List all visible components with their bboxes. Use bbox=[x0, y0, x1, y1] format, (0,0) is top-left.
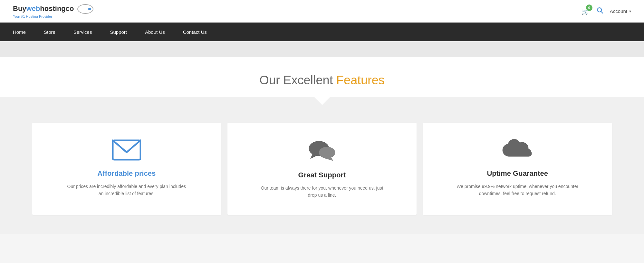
feature-card-affordable-prices: Affordable prices Our prices are incredi… bbox=[32, 123, 221, 215]
svg-line-1 bbox=[601, 11, 603, 13]
features-grid: Affordable prices Our prices are incredi… bbox=[32, 123, 612, 215]
logo-suffix: co bbox=[66, 4, 74, 12]
nav-item-home[interactable]: Home bbox=[13, 23, 35, 41]
features-heading-highlight: Features bbox=[336, 73, 385, 87]
features-heading-section: Our Excellent Features bbox=[0, 57, 644, 97]
feature-card-uptime-guarantee: Uptime Guarantee We promise 99.9% networ… bbox=[423, 123, 612, 215]
features-heading: Our Excellent Features bbox=[13, 73, 631, 87]
account-button[interactable]: Account ▾ bbox=[610, 8, 631, 14]
site-header: Buywebhostingco Your #1 Hosting Provider… bbox=[0, 0, 644, 23]
header-right: 🛒 0 Account ▾ bbox=[581, 7, 631, 16]
feature-title-affordable-prices: Affordable prices bbox=[45, 169, 208, 178]
nav-item-contact-us[interactable]: Contact Us bbox=[174, 23, 216, 41]
envelope-icon bbox=[112, 139, 141, 161]
feature-description-affordable-prices: Our prices are incredibly affordable and… bbox=[65, 183, 188, 197]
search-button[interactable] bbox=[596, 7, 603, 16]
logo[interactable]: Buywebhostingco Your #1 Hosting Provider bbox=[13, 4, 93, 18]
svg-point-5 bbox=[319, 147, 335, 158]
logo-tagline: Your #1 Hosting Provider bbox=[13, 14, 93, 18]
feature-description-uptime-guarantee: We promise 99.9% network uptime, wheneve… bbox=[456, 183, 579, 197]
nav-item-support[interactable]: Support bbox=[101, 23, 136, 41]
nav-item-store[interactable]: Store bbox=[35, 23, 64, 41]
cloud-icon bbox=[501, 139, 533, 161]
divider-section bbox=[0, 97, 644, 113]
chat-icon bbox=[307, 139, 336, 163]
feature-description-great-support: Our team is always there for you, whenev… bbox=[261, 184, 383, 199]
features-heading-plain: Our Excellent bbox=[259, 73, 336, 87]
cart-button[interactable]: 🛒 0 bbox=[581, 7, 590, 15]
feature-title-great-support: Great Support bbox=[240, 171, 404, 179]
main-nav: Home Store Services Support About Us Con… bbox=[0, 23, 644, 41]
nav-item-about-us[interactable]: About Us bbox=[136, 23, 174, 41]
divider-triangle bbox=[314, 97, 330, 105]
logo-buy: Buy bbox=[13, 4, 26, 12]
chevron-down-icon: ▾ bbox=[629, 9, 631, 14]
nav-item-services[interactable]: Services bbox=[64, 23, 101, 41]
hero-section bbox=[0, 41, 644, 57]
account-label: Account bbox=[610, 8, 627, 14]
feature-title-uptime-guarantee: Uptime Guarantee bbox=[436, 169, 599, 178]
logo-web: web bbox=[26, 4, 40, 12]
search-icon bbox=[596, 7, 603, 14]
logo-hosting: hosting bbox=[40, 4, 65, 12]
features-section: Affordable prices Our prices are incredi… bbox=[0, 113, 644, 234]
cart-badge: 0 bbox=[586, 5, 592, 11]
feature-card-great-support: Great Support Our team is always there f… bbox=[227, 123, 417, 215]
